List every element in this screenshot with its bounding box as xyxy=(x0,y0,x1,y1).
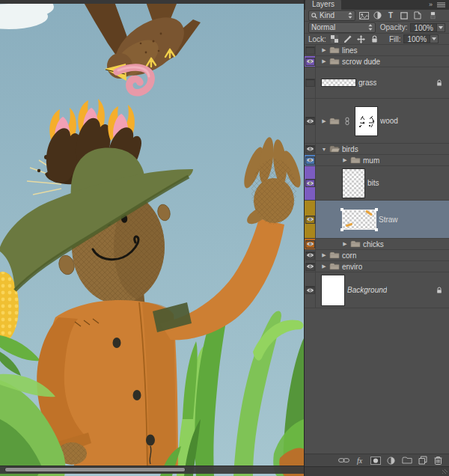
expand-arrow-icon[interactable]: ▼ xyxy=(321,147,327,152)
visibility-toggle[interactable] xyxy=(305,67,316,98)
filter-smart-icon[interactable] xyxy=(412,11,423,20)
fill-dropdown-icon[interactable] xyxy=(430,34,439,43)
layer-style-fx-icon[interactable]: fx xyxy=(354,456,365,466)
layer-name[interactable]: Straw xyxy=(379,216,398,224)
filter-type-icon[interactable]: T xyxy=(385,11,396,20)
expand-arrow-icon[interactable]: ▶ xyxy=(321,58,327,64)
layer-row-birds[interactable]: ▼ birds xyxy=(305,144,449,155)
layer-row-lines[interactable]: ▶ lines xyxy=(305,45,449,56)
visibility-toggle[interactable] xyxy=(305,45,316,55)
layer-name[interactable]: wood xyxy=(380,117,398,125)
layer-name[interactable]: mum xyxy=(363,156,379,165)
layer-name[interactable]: chicks xyxy=(363,240,384,248)
add-mask-icon[interactable] xyxy=(370,456,381,466)
layer-row-corn[interactable]: ▶ corn xyxy=(305,250,449,261)
visibility-toggle[interactable] xyxy=(305,239,316,249)
layer-thumbnail[interactable] xyxy=(321,79,356,87)
layer-thumbnail[interactable] xyxy=(321,275,345,306)
visibility-toggle[interactable] xyxy=(305,166,316,200)
search-icon xyxy=(311,13,317,19)
opacity-input[interactable]: 100% xyxy=(410,23,445,32)
visibility-toggle[interactable] xyxy=(305,155,316,165)
mask-link-icon xyxy=(342,117,352,126)
horizontal-scrollbar[interactable] xyxy=(0,466,304,474)
layer-name[interactable]: lines xyxy=(342,46,358,55)
layer-row-background[interactable]: Background xyxy=(305,272,449,308)
layer-name[interactable]: birds xyxy=(342,145,358,153)
layer-name[interactable]: bits xyxy=(367,179,379,187)
lock-all-icon[interactable] xyxy=(370,34,380,43)
opacity-label: Opacity: xyxy=(380,23,408,31)
filter-pixel-icon[interactable] xyxy=(358,11,369,20)
layers-panel: Layers » Kind T xyxy=(304,0,449,476)
visibility-toggle[interactable] xyxy=(305,99,316,143)
lock-paint-icon[interactable] xyxy=(343,34,353,43)
layer-row-straw[interactable]: Straw xyxy=(305,201,449,239)
layer-row-wood[interactable]: ▶ wood xyxy=(305,99,449,144)
lock-transparency-icon[interactable] xyxy=(329,34,340,43)
layers-tab[interactable]: Layers xyxy=(305,0,341,10)
expand-arrow-icon[interactable]: ▶ xyxy=(321,47,327,53)
filter-shape-icon[interactable] xyxy=(399,11,409,20)
layer-row-scrow-dude[interactable]: ▶ scrow dude xyxy=(305,56,449,67)
expand-arrow-icon[interactable]: ▶ xyxy=(321,118,327,124)
visibility-toggle[interactable] xyxy=(305,201,316,238)
delete-layer-icon[interactable] xyxy=(433,456,444,466)
filter-switch-icon[interactable] xyxy=(427,11,438,20)
layer-thumbnail[interactable] xyxy=(342,210,376,230)
layer-name[interactable]: enviro xyxy=(342,263,362,271)
blend-mode-select[interactable]: Normal xyxy=(308,22,376,33)
updown-arrows-icon xyxy=(368,24,373,31)
folder-icon xyxy=(329,117,340,126)
collapse-panel-icon[interactable]: » xyxy=(429,1,432,8)
layer-row-grass[interactable]: grass xyxy=(305,67,449,99)
layer-row-bits[interactable]: bits xyxy=(305,166,449,201)
layer-row-chicks[interactable]: ▶ chicks xyxy=(305,239,449,250)
visibility-toggle[interactable] xyxy=(305,144,316,154)
document-canvas[interactable] xyxy=(0,0,304,476)
layer-row-mum[interactable]: ▶ mum xyxy=(305,155,449,166)
panel-footer xyxy=(305,466,449,476)
folder-icon xyxy=(329,57,340,66)
visibility-toggle[interactable] xyxy=(305,272,316,308)
filter-row: Kind T xyxy=(305,10,449,22)
layer-list: ▶ lines ▶ scrow dude grass xyxy=(305,45,449,454)
canvas-illustration xyxy=(0,0,304,476)
filter-kind-select[interactable]: Kind xyxy=(308,10,355,21)
folder-icon xyxy=(329,251,340,260)
layer-name[interactable]: Background xyxy=(347,286,387,294)
blend-row: Normal Opacity: 100% xyxy=(305,22,449,34)
fill-input[interactable]: 100% xyxy=(403,34,439,43)
scrollbar-thumb[interactable] xyxy=(4,467,186,472)
layer-row-enviro[interactable]: ▶ enviro xyxy=(305,261,449,272)
visibility-toggle[interactable] xyxy=(305,261,316,272)
resize-grip-icon[interactable] xyxy=(442,469,448,474)
window-top-edge xyxy=(0,0,304,4)
expand-arrow-icon[interactable]: ▶ xyxy=(342,241,348,247)
visibility-toggle[interactable] xyxy=(305,250,316,260)
expand-arrow-icon[interactable]: ▶ xyxy=(342,157,348,163)
link-layers-icon[interactable] xyxy=(338,456,349,466)
layer-thumbnail[interactable] xyxy=(342,168,365,198)
updown-arrows-icon xyxy=(348,12,352,19)
adjustment-layer-icon[interactable] xyxy=(385,456,397,466)
folder-icon xyxy=(350,156,361,165)
lock-icon xyxy=(436,287,442,294)
visibility-toggle[interactable] xyxy=(305,56,316,67)
opacity-dropdown-icon[interactable] xyxy=(437,23,445,32)
new-layer-icon[interactable] xyxy=(417,456,428,466)
folder-icon xyxy=(329,46,340,55)
folder-icon xyxy=(329,144,340,153)
layer-name[interactable]: grass xyxy=(358,79,376,87)
layer-name[interactable]: corn xyxy=(342,251,356,260)
layer-thumbnail[interactable] xyxy=(355,106,378,136)
panel-bottom-bar: fx xyxy=(305,454,449,466)
expand-arrow-icon[interactable]: ▶ xyxy=(321,263,327,269)
lock-move-icon[interactable] xyxy=(356,34,367,43)
lock-icon xyxy=(436,79,442,87)
new-group-icon[interactable] xyxy=(401,456,412,466)
panel-menu-icon[interactable] xyxy=(436,0,446,9)
expand-arrow-icon[interactable]: ▶ xyxy=(321,252,327,258)
filter-adjustment-icon[interactable] xyxy=(372,11,382,20)
layer-name[interactable]: scrow dude xyxy=(342,58,380,66)
